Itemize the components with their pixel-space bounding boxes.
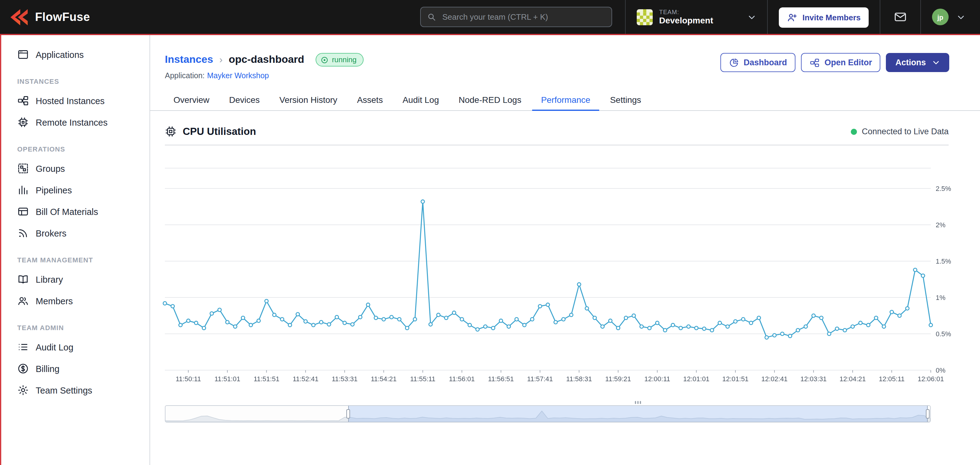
- cpu-series-point: [296, 313, 299, 316]
- team-settings-icon: [17, 384, 29, 396]
- application-link[interactable]: Mayker Workshop: [207, 72, 269, 80]
- x-tick-label: 12:03:31: [800, 375, 827, 383]
- cpu-series-point: [609, 319, 612, 323]
- notifications-mail-icon[interactable]: [880, 0, 920, 34]
- divider: [767, 0, 768, 34]
- tab-audit-log[interactable]: Audit Log: [394, 90, 447, 111]
- tab-version-history[interactable]: Version History: [271, 90, 346, 111]
- sidebar-item-members[interactable]: Members: [1, 290, 150, 312]
- sidebar-item-brokers[interactable]: Brokers: [1, 222, 150, 244]
- applications-icon: [17, 49, 29, 60]
- sidebar-item-library[interactable]: Library: [1, 268, 150, 290]
- sidebar-item-audit-log[interactable]: Audit Log: [1, 336, 150, 358]
- cpu-series-point: [515, 318, 518, 321]
- tab-devices[interactable]: Devices: [221, 90, 269, 111]
- cpu-series-point: [733, 320, 737, 323]
- x-tick-label: 11:56:51: [488, 375, 514, 383]
- brokers-icon: [17, 227, 29, 239]
- tab-overview[interactable]: Overview: [165, 90, 218, 111]
- x-tick-label: 11:52:41: [293, 375, 318, 383]
- user-menu[interactable]: jp: [921, 0, 969, 34]
- cpu-series-point: [523, 323, 526, 327]
- cpu-series-point: [679, 326, 682, 330]
- sidebar-item-remote-instances[interactable]: Remote Instances: [1, 112, 150, 133]
- cpu-series-point: [280, 318, 284, 321]
- navigator-handle-right[interactable]: [926, 409, 930, 419]
- header-actions: Dashboard Open Editor Actions: [720, 53, 949, 72]
- cpu-series-point: [272, 313, 276, 316]
- sidebar-item-groups[interactable]: Groups: [1, 158, 150, 179]
- groups-icon: [17, 163, 29, 174]
- sidebar: ApplicationsINSTANCESHosted InstancesRem…: [0, 35, 150, 465]
- dashboard-button-label: Dashboard: [743, 58, 787, 67]
- y-tick-label: 0%: [936, 366, 945, 374]
- team-selector[interactable]: TEAM: Development: [626, 0, 767, 34]
- cpu-series-point: [749, 321, 752, 324]
- dashboard-icon: [729, 58, 738, 67]
- cpu-series-point: [452, 311, 456, 315]
- live-status-label: Connected to Live Data: [862, 127, 949, 136]
- invite-members-button[interactable]: Invite Members: [779, 7, 869, 28]
- breadcrumb-instances-link[interactable]: Instances: [165, 54, 213, 66]
- cpu-series-point: [851, 325, 854, 328]
- cpu-series-point: [234, 325, 237, 328]
- cpu-series-point: [241, 316, 245, 320]
- x-tick-label: 11:50:11: [176, 375, 201, 383]
- search-input[interactable]: [441, 12, 605, 22]
- x-tick-label: 11:57:41: [527, 375, 553, 383]
- open-editor-button[interactable]: Open Editor: [801, 53, 881, 72]
- topbar-right: TEAM: Development Invite Members: [625, 0, 969, 34]
- panel-header: CPU Utilisation Connected to Live Data: [165, 126, 949, 145]
- cpu-series-point: [265, 299, 268, 303]
- navigator-handle-left[interactable]: [346, 409, 350, 419]
- cpu-series-point: [812, 314, 815, 317]
- tab-settings[interactable]: Settings: [601, 90, 650, 111]
- cpu-series-point: [531, 318, 534, 321]
- navigator-selection[interactable]: [348, 406, 928, 422]
- x-tick-label: 11:51:01: [215, 375, 240, 383]
- x-tick-label: 11:53:31: [332, 375, 358, 383]
- x-tick-label: 11:54:21: [371, 375, 396, 383]
- cpu-series-point: [335, 315, 338, 319]
- cpu-series-point: [882, 325, 886, 328]
- tab-performance[interactable]: Performance: [533, 90, 599, 111]
- tab-assets[interactable]: Assets: [348, 90, 391, 111]
- dashboard-button[interactable]: Dashboard: [720, 53, 795, 72]
- sidebar-item-pipelines[interactable]: Pipelines: [1, 179, 150, 201]
- y-tick-label: 2%: [936, 221, 945, 229]
- cpu-series-point: [366, 303, 370, 307]
- cpu-series-point: [718, 321, 721, 324]
- cpu-series-point: [210, 312, 213, 315]
- x-tick-label: 12:02:41: [761, 375, 788, 383]
- sidebar-item-hosted-instances[interactable]: Hosted Instances: [1, 90, 150, 112]
- cpu-series-point: [593, 316, 597, 320]
- cpu-series-point: [804, 325, 807, 328]
- sidebar-item-team-settings[interactable]: Team Settings: [1, 379, 150, 401]
- y-tick-label: 2.5%: [936, 185, 951, 192]
- cpu-series-point: [616, 326, 620, 330]
- actions-button[interactable]: Actions: [886, 53, 949, 72]
- cpu-series-point: [632, 314, 635, 317]
- cpu-series-point: [703, 327, 706, 331]
- cpu-series-point: [578, 283, 581, 286]
- cpu-series-point: [570, 313, 573, 316]
- billing-icon: [17, 363, 29, 374]
- brand-name: FlowFuse: [35, 10, 90, 24]
- breadcrumb: Instances › opc-dashboard running: [165, 53, 363, 67]
- x-tick-label: 11:55:11: [410, 375, 435, 383]
- cpu-series-point: [796, 329, 799, 332]
- sidebar-item-bill-of-materials[interactable]: Bill Of Materials: [1, 201, 150, 222]
- flowfuse-logo-icon: [9, 8, 30, 26]
- chevron-down-icon: [957, 13, 965, 21]
- cpu-series-line: [165, 202, 931, 337]
- home-link[interactable]: FlowFuse: [9, 8, 90, 26]
- chart-navigator[interactable]: [165, 405, 931, 422]
- sidebar-item-applications[interactable]: Applications: [1, 44, 150, 65]
- navigator-drag-grip[interactable]: [635, 401, 641, 404]
- cpu-series-point: [444, 316, 448, 320]
- cpu-series-point: [320, 321, 323, 324]
- sidebar-item-billing[interactable]: Billing: [1, 358, 150, 379]
- cpu-series-point: [781, 332, 784, 336]
- cpu-series-point: [859, 321, 862, 324]
- tab-node-red-logs[interactable]: Node-RED Logs: [450, 90, 530, 111]
